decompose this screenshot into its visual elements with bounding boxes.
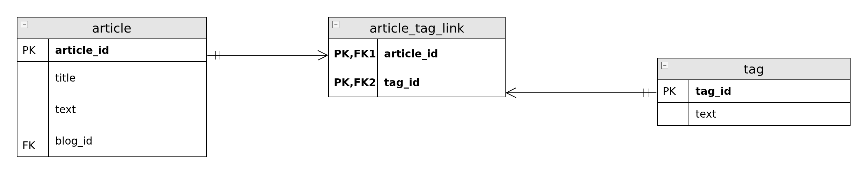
entity-article-pk-row: PK article_id bbox=[17, 39, 206, 62]
collapse-icon[interactable]: − bbox=[661, 62, 668, 69]
key-label bbox=[658, 103, 689, 125]
collapse-icon[interactable]: − bbox=[332, 21, 339, 28]
entity-article-header: − article bbox=[17, 18, 206, 39]
entity-tag-pk-row: PK tag_id bbox=[658, 80, 850, 103]
entity-article-tag-link-title: article_tag_link bbox=[329, 18, 505, 38]
entity-article-tag-link: − article_tag_link PK,FK1 PK,FK2 article… bbox=[328, 17, 506, 97]
table-row: text bbox=[658, 103, 850, 125]
entity-tag-title: tag bbox=[658, 59, 850, 79]
entity-tag: − tag PK tag_id text bbox=[657, 58, 851, 126]
entity-article: − article PK article_id FK title text bl… bbox=[17, 17, 207, 157]
key-label: PK bbox=[658, 80, 689, 102]
entity-article-body: FK title text blog_id bbox=[17, 62, 206, 156]
key-column: PK,FK1 PK,FK2 bbox=[329, 39, 378, 97]
field-name: article_id bbox=[378, 39, 505, 68]
field-column: title text blog_id bbox=[49, 62, 206, 156]
key-label bbox=[17, 62, 48, 122]
field-name: blog_id bbox=[49, 125, 206, 156]
collapse-icon[interactable]: − bbox=[21, 21, 28, 28]
entity-article-tag-link-body: PK,FK1 PK,FK2 article_id tag_id bbox=[329, 39, 505, 97]
field-column: article_id tag_id bbox=[378, 39, 505, 97]
key-column: FK bbox=[17, 62, 49, 156]
field-name: title bbox=[49, 62, 206, 93]
entity-article-tag-link-header: − article_tag_link bbox=[329, 18, 505, 39]
er-diagram-canvas: − article PK article_id FK title text bl… bbox=[0, 0, 868, 196]
entity-tag-header: − tag bbox=[658, 58, 850, 80]
entity-article-title: article bbox=[17, 18, 206, 38]
crows-foot-many-icon bbox=[318, 55, 328, 60]
crows-foot-many-icon bbox=[506, 88, 516, 93]
field-name: text bbox=[689, 103, 850, 125]
key-label: FK bbox=[17, 122, 48, 156]
key-label: PK bbox=[17, 39, 49, 61]
field-name: text bbox=[49, 93, 206, 125]
field-name: tag_id bbox=[689, 80, 850, 102]
key-label: PK,FK1 bbox=[329, 39, 377, 68]
crows-foot-many-icon bbox=[318, 50, 328, 55]
crows-foot-many-icon bbox=[506, 93, 516, 98]
key-label: PK,FK2 bbox=[329, 68, 377, 97]
field-name: tag_id bbox=[378, 68, 505, 97]
field-name: article_id bbox=[49, 39, 206, 61]
